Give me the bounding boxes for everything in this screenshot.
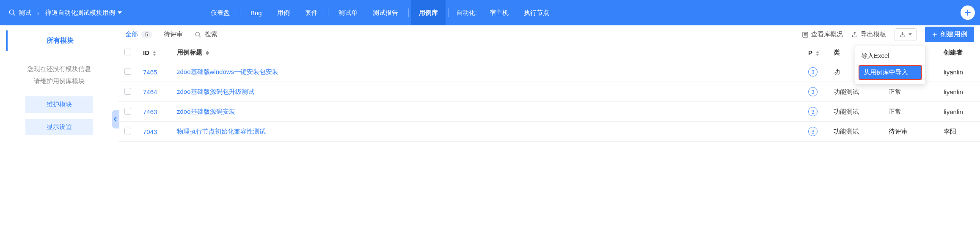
sort-icon [153,51,156,56]
maintain-module-button[interactable]: 维护模块 [25,96,93,113]
case-status: 待评审 [883,122,938,142]
import-icon [899,31,906,38]
case-status: 正常 [883,102,938,122]
case-creator: liyanlin [938,102,980,122]
row-checkbox[interactable] [124,88,131,95]
row-checkbox[interactable] [124,68,131,75]
nav-testtask[interactable]: 测试单 [331,0,365,25]
import-dropdown-menu: 导入Excel 从用例库中导入 [855,46,926,85]
nav-sep [240,8,240,17]
chevron-left-icon [114,117,117,122]
case-title-link[interactable]: zdoo基础版源码包升级测试 [177,88,254,95]
th-id[interactable]: ID [137,44,171,62]
nav-testreport[interactable]: 测试报告 [365,0,406,25]
case-title-link[interactable]: 物理执行节点初始化兼容性测试 [177,128,266,135]
topbar: 测试 › 禅道自动化测试模块用例 仪表盘 Bug 用例 套件 测试单 测试报告 … [0,0,980,25]
case-type: 功能测试 [828,102,883,122]
automation-label: 自动化: [451,9,482,17]
nav-caselib[interactable]: 用例库 [411,0,446,25]
filter-label: 全部 [125,30,138,38]
table-row: 7463 zdoo基础版源码安装 3 功能测试 正常 liyanlin [118,102,980,122]
sidebar-tab-all-modules[interactable]: 所有模块 [6,30,113,51]
global-search[interactable]: 测试 [8,9,31,17]
table-row: 7043 物理执行节点初始化兼容性测试 3 功能测试 待评审 李阳 [118,122,980,142]
import-dropdown-button[interactable] [895,28,917,41]
case-title-link[interactable]: zdoo基础版源码安装 [177,108,235,115]
display-settings-button[interactable]: 显示设置 [25,119,93,135]
svg-point-0 [9,10,14,14]
row-checkbox[interactable] [124,128,131,134]
content: 全部 5 待评审 搜索 查看库概况 导出模板 [118,25,980,235]
row-checkbox[interactable] [124,108,131,115]
nav-label: 套件 [305,9,318,17]
nav-label: 仪表盘 [211,9,230,17]
nav-host[interactable]: 宿主机 [482,0,516,25]
priority-badge: 3 [808,67,818,77]
th-label: 用例标题 [177,49,202,56]
dropdown-import-excel[interactable]: 导入Excel [855,49,925,63]
sort-icon [206,51,209,55]
plus-icon [963,8,972,17]
search-icon [8,9,16,16]
filter-pending[interactable]: 待评审 [164,30,183,38]
nav-label: 宿主机 [490,9,509,17]
select-all-checkbox[interactable] [124,49,131,55]
case-id-link[interactable]: 7463 [143,108,157,115]
case-id-link[interactable]: 7465 [143,68,157,76]
case-id-link[interactable]: 7043 [143,128,157,135]
table-row: 7465 zdoo基础版windows一键安装包安装 3 功 liyanlin [118,62,980,82]
toolbar-right: 查看库概况 导出模板 创建用例 [802,27,974,42]
create-label: 创建用例 [940,30,967,39]
filter-search[interactable]: 搜索 [195,30,217,38]
main-row: 所有模块 您现在还没有模块信息 请维护用例库模块 维护模块 显示设置 全部 5 … [0,25,980,235]
topbar-right [961,5,975,20]
search-icon [195,31,201,38]
global-add-button[interactable] [961,5,975,20]
nav-label: 执行节点 [524,9,549,17]
view-summary-button[interactable]: 查看库概况 [802,30,843,38]
th-priority[interactable]: P [802,44,828,62]
th-title[interactable]: 用例标题 [171,44,802,62]
nav-label: 测试单 [339,9,358,17]
nav-bug[interactable]: Bug [243,0,270,25]
sidebar: 所有模块 您现在还没有模块信息 请维护用例库模块 维护模块 显示设置 [0,25,118,235]
case-type: 功能测试 [828,82,883,102]
filter-label: 搜索 [205,30,217,38]
case-type: 功能测试 [828,122,883,142]
sort-icon [816,51,819,56]
th-label: 类 [834,49,840,56]
dropdown-import-from-lib[interactable]: 从用例库中导入 [859,65,922,80]
export-template-button[interactable]: 导出模板 [851,30,886,38]
th-label: P [808,49,812,56]
case-table: ID 用例标题 P 类 创建者 746 [118,44,980,142]
toolbar: 全部 5 待评审 搜索 查看库概况 导出模板 [118,25,980,44]
nav-label: 用例 [277,9,290,17]
nav-case[interactable]: 用例 [270,0,297,25]
topnav: 仪表盘 Bug 用例 套件 测试单 测试报告 用例库 自动化: 宿主机 执行节点 [203,0,557,25]
th-label: 创建者 [944,49,963,56]
nav-suite[interactable]: 套件 [297,0,325,25]
case-title-link[interactable]: zdoo基础版windows一键安装包安装 [177,68,278,75]
sidebar-empty-message: 您现在还没有模块信息 请维护用例库模块 [6,63,113,87]
priority-badge: 3 [808,127,818,136]
breadcrumb-sep: › [37,9,39,16]
search-label: 测试 [19,9,31,17]
th-label: ID [143,49,149,56]
case-creator: liyanlin [938,82,980,102]
breadcrumb-item[interactable]: 禅道自动化测试模块用例 [45,9,122,17]
nav-dashboard[interactable]: 仪表盘 [203,0,237,25]
nav-sep [408,8,409,17]
create-case-button[interactable]: 创建用例 [925,27,974,42]
plus-icon [932,32,938,38]
caret-down-icon [908,33,912,36]
filter-label: 待评审 [164,30,183,38]
filter-all[interactable]: 全部 5 [125,30,152,38]
case-id-link[interactable]: 7464 [143,88,157,96]
empty-line2: 请维护用例库模块 [6,75,113,87]
svg-line-5 [199,36,201,37]
export-icon [851,31,858,38]
nav-sep [448,8,449,17]
priority-badge: 3 [808,87,818,96]
th-creator[interactable]: 创建者 [938,44,980,62]
nav-execnode[interactable]: 执行节点 [516,0,557,25]
